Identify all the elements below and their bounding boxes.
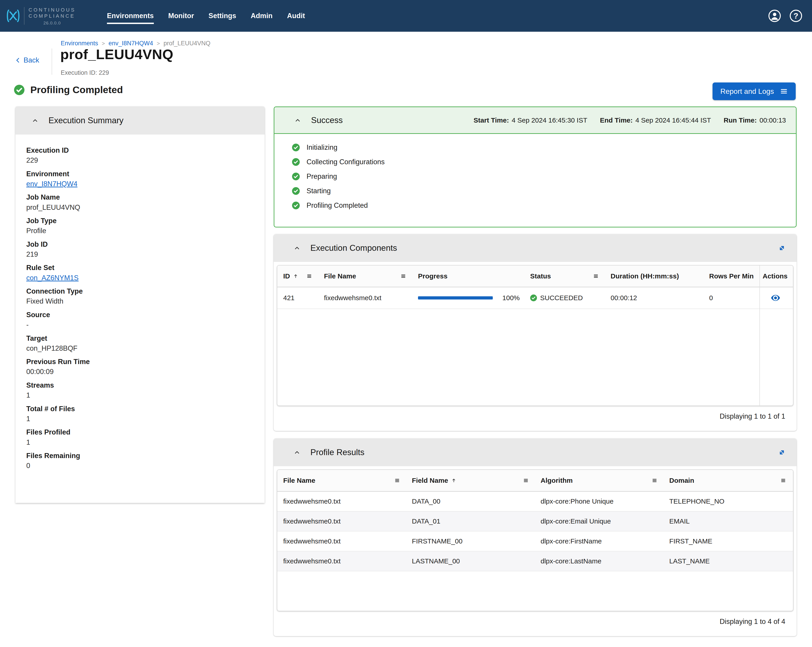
svg-text:?: ? xyxy=(794,11,798,20)
breadcrumb-environment[interactable]: env_I8N7HQW4 xyxy=(108,40,153,47)
cell-field-name: DATA_00 xyxy=(406,491,535,511)
execution-steps: Initializing Collecting Configurations P… xyxy=(274,134,796,227)
table-row[interactable]: fixedwwehsme0.txt LASTNAME_00 dlpx-core:… xyxy=(277,551,793,571)
column-header-duration[interactable]: Duration (HH:mm:ss) xyxy=(605,266,703,287)
column-header-field-name[interactable]: Field Name xyxy=(406,470,535,491)
profile-results-table: File Name Field Name Algorithm xyxy=(277,469,794,611)
success-title: Success xyxy=(311,116,343,125)
page-title: prof_LEUU4VNQ xyxy=(60,46,173,62)
column-label: Domain xyxy=(669,477,694,484)
check-circle-icon xyxy=(530,295,537,301)
execution-components-header[interactable]: Execution Components xyxy=(274,234,797,262)
brand-line-2: COMPLIANCE xyxy=(29,13,76,19)
profile-results-header[interactable]: Profile Results xyxy=(274,439,797,466)
column-menu-icon[interactable] xyxy=(400,273,406,279)
field-value: 229 xyxy=(26,156,254,165)
field-label: Previous Run Time xyxy=(26,357,254,366)
expand-icon[interactable] xyxy=(777,448,787,457)
column-header-rows-per-min[interactable]: Rows Per Min xyxy=(703,266,759,287)
nav-item-admin[interactable]: Admin xyxy=(251,12,273,20)
step-label: Initializing xyxy=(307,143,337,151)
run-time-label: Run Time: xyxy=(723,116,757,124)
report-and-logs-button[interactable]: Report and Logs xyxy=(713,82,796,100)
table-row[interactable]: fixedwwehsme0.txt FIRSTNAME_00 dlpx-core… xyxy=(277,531,793,551)
help-icon[interactable]: ? xyxy=(789,9,803,23)
cell-status: SUCCEEDED xyxy=(524,287,605,308)
field-source: Source - xyxy=(26,310,254,330)
field-job-type: Job Type Profile xyxy=(26,216,254,236)
column-menu-icon[interactable] xyxy=(652,478,658,484)
column-menu-icon[interactable] xyxy=(780,478,786,484)
back-button[interactable]: Back xyxy=(14,56,39,64)
nav-item-settings[interactable]: Settings xyxy=(208,12,236,20)
cell-domain: LAST_NAME xyxy=(663,551,792,571)
actions-column-divider xyxy=(759,266,760,406)
column-header-progress[interactable]: Progress xyxy=(412,266,524,287)
column-menu-icon[interactable] xyxy=(523,478,529,484)
step-label: Starting xyxy=(307,187,331,195)
step-preparing: Preparing xyxy=(274,169,796,184)
field-value: prof_LEUU4VNQ xyxy=(26,203,254,212)
cell-file-name: fixedwwehsme0.txt xyxy=(277,531,406,551)
view-details-eye-icon[interactable] xyxy=(771,293,780,303)
table-row[interactable]: fixedwwehsme0.txt DATA_00 dlpx-core:Phon… xyxy=(277,491,793,511)
step-label: Profiling Completed xyxy=(307,201,368,209)
column-header-algorithm[interactable]: Algorithm xyxy=(535,470,663,491)
cell-file-name: fixedwwehsme0.txt xyxy=(277,491,406,511)
column-header-domain[interactable]: Domain xyxy=(663,470,792,491)
field-total-files: Total # of Files 1 xyxy=(26,404,254,424)
collapse-chevron-icon xyxy=(294,117,301,124)
progress-bar xyxy=(418,296,493,299)
field-job-id: Job ID 219 xyxy=(26,240,254,259)
cell-actions xyxy=(759,287,792,308)
nav-item-monitor[interactable]: Monitor xyxy=(168,12,194,20)
cell-domain: TELEPHONE_NO xyxy=(663,491,792,511)
check-circle-icon xyxy=(292,201,300,209)
breadcrumb-environments[interactable]: Environments xyxy=(61,40,98,47)
cell-algorithm: dlpx-core:FirstName xyxy=(535,531,663,551)
execution-summary-panel: Execution Summary Execution ID 229 Envir… xyxy=(15,107,265,503)
column-header-file-name[interactable]: File Name xyxy=(277,470,406,491)
execution-components-body: ID File Name Progress xyxy=(274,262,797,431)
field-rule-set: Rule Set con_AZ6NYM1S xyxy=(26,263,254,283)
field-label: Files Profiled xyxy=(26,428,254,437)
expand-icon[interactable] xyxy=(777,243,787,253)
success-panel: Success Start Time: 4 Sep 2024 16:45:30 … xyxy=(274,107,797,227)
table-row[interactable]: 421 fixedwwehsme0.txt 100% SUCCEEDED xyxy=(277,287,793,309)
column-menu-icon[interactable] xyxy=(306,273,312,279)
collapse-chevron-icon xyxy=(294,245,301,252)
rule-set-link[interactable]: con_AZ6NYM1S xyxy=(26,273,254,283)
time-summary: Start Time: 4 Sep 2024 16:45:30 IST End … xyxy=(473,116,786,124)
column-label: Duration (HH:mm:ss) xyxy=(611,272,679,280)
field-label: Streams xyxy=(26,381,254,390)
table-row[interactable]: fixedwwehsme0.txt DATA_01 dlpx-core:Emai… xyxy=(277,511,793,531)
field-label: Execution ID xyxy=(26,146,254,155)
delphix-logo-icon xyxy=(6,8,20,23)
user-profile-icon[interactable] xyxy=(768,9,781,23)
nav-item-audit[interactable]: Audit xyxy=(287,12,305,20)
success-panel-header[interactable]: Success Start Time: 4 Sep 2024 16:45:30 … xyxy=(274,107,796,134)
field-value: 1 xyxy=(26,438,254,447)
column-label: ID xyxy=(283,272,290,280)
brand-version: 26.0.0.0 xyxy=(29,21,76,26)
breadcrumb-current: prof_LEUU4VNQ xyxy=(163,40,211,47)
column-header-id[interactable]: ID xyxy=(277,266,318,287)
brand-block: CONTINUOUS COMPLIANCE 26.0.0.0 xyxy=(0,6,76,26)
execution-summary-header[interactable]: Execution Summary xyxy=(15,107,265,134)
check-circle-icon xyxy=(292,158,300,166)
end-time-value: 4 Sep 2024 16:45:44 IST xyxy=(635,116,711,124)
column-label: File Name xyxy=(283,477,315,484)
brand-line-1: CONTINUOUS xyxy=(29,7,76,13)
environment-link[interactable]: env_I8N7HQW4 xyxy=(26,179,254,189)
field-label: Files Remaining xyxy=(26,451,254,460)
cell-field-name: LASTNAME_00 xyxy=(406,551,535,571)
field-job-name: Job Name prof_LEUU4VNQ xyxy=(26,193,254,212)
column-menu-icon[interactable] xyxy=(394,478,400,484)
nav-item-environments[interactable]: Environments xyxy=(107,12,154,20)
column-menu-icon[interactable] xyxy=(593,273,599,279)
chevron-left-icon xyxy=(14,56,21,64)
column-header-file-name[interactable]: File Name xyxy=(318,266,412,287)
field-value: Fixed Width xyxy=(26,296,254,306)
app-root: CONTINUOUS COMPLIANCE 26.0.0.0 Environme… xyxy=(0,0,812,647)
column-header-status[interactable]: Status xyxy=(524,266,605,287)
